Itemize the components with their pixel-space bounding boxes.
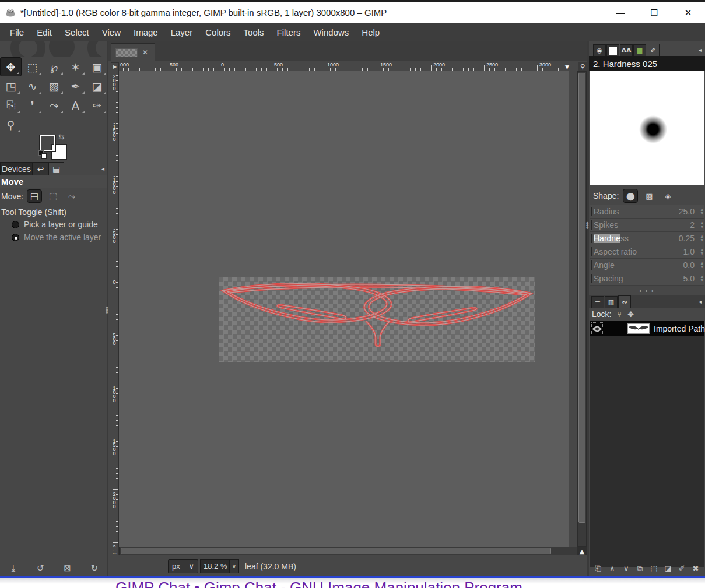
- tool-paths-button[interactable]: ⤳: [43, 96, 65, 115]
- layers-tab[interactable]: ☰: [591, 296, 604, 308]
- zoom-dropdown-button[interactable]: ∨: [229, 559, 239, 573]
- swap-colors-icon[interactable]: ⇆: [58, 132, 65, 141]
- menu-item[interactable]: Tools: [237, 25, 271, 40]
- spinner-arrows-icon[interactable]: ∧∨: [700, 272, 703, 285]
- menu-item[interactable]: Image: [127, 25, 164, 40]
- zoom-follow-window-button[interactable]: ⚲: [578, 62, 587, 71]
- vertical-scrollbar[interactable]: [577, 71, 587, 547]
- tool-text-button[interactable]: A: [65, 96, 86, 115]
- horizontal-scrollbar-thumb[interactable]: [121, 548, 551, 554]
- tool-clone-button[interactable]: ⎘: [0, 96, 22, 115]
- tool-ink-button[interactable]: ✒: [65, 76, 86, 96]
- stroke-path-button[interactable]: ✐: [676, 564, 688, 573]
- save-tool-preset-button[interactable]: ⤓: [5, 563, 22, 573]
- fonts-tab[interactable]: AA: [620, 44, 633, 56]
- path-list-item[interactable]: Imported Path: [590, 321, 704, 336]
- delete-tool-preset-button[interactable]: ⊠: [59, 563, 76, 573]
- default-colors-icon[interactable]: [38, 150, 47, 159]
- tool-crop-button[interactable]: ▣: [86, 57, 108, 76]
- restore-tool-preset-button[interactable]: ↺: [32, 563, 48, 573]
- menu-item[interactable]: Filters: [271, 25, 307, 40]
- brush-editor-tab[interactable]: ✐: [647, 44, 660, 56]
- lock-path-strokes-icon[interactable]: ⑂: [617, 310, 622, 319]
- tool-color-picker-button[interactable]: ✑: [86, 96, 108, 115]
- path-to-selection-button[interactable]: ⬚: [648, 564, 660, 573]
- radio-pick-layer[interactable]: Pick a layer or guide: [0, 218, 108, 231]
- horizontal-ruler[interactable]: 000-500050010001500200025003000: [119, 61, 569, 71]
- shape-square-button[interactable]: ▩: [641, 189, 657, 203]
- shape-diamond-button[interactable]: ◈: [660, 189, 675, 203]
- image-tab-close-icon[interactable]: ✕: [142, 48, 148, 57]
- tool-transform-button[interactable]: ◳: [0, 76, 22, 96]
- lower-path-button[interactable]: ∨: [620, 564, 632, 573]
- spinner-arrows-icon[interactable]: ∧∨: [700, 219, 703, 231]
- tool-gradient-button[interactable]: ▨: [43, 76, 65, 96]
- spinner-arrows-icon[interactable]: ∧∨: [700, 232, 703, 245]
- gradients-tab[interactable]: ▆: [633, 44, 646, 56]
- menu-item[interactable]: Windows: [307, 25, 355, 40]
- spacing-slider[interactable]: Spacing 5.0 ∧∨: [590, 272, 704, 286]
- collapse-dock-icon[interactable]: ◂: [101, 166, 104, 172]
- aspect-ratio-slider[interactable]: Aspect ratio 1.0 ∧∨: [590, 245, 704, 259]
- angle-slider[interactable]: Angle 0.0 ∧∨: [590, 259, 704, 272]
- radio-move-active-layer[interactable]: Move the active layer: [0, 231, 108, 244]
- menu-item[interactable]: View: [96, 25, 127, 40]
- path-list-background[interactable]: [590, 336, 704, 567]
- lock-position-icon[interactable]: ✥: [627, 310, 634, 319]
- foreground-color-swatch[interactable]: [40, 135, 55, 151]
- visibility-toggle[interactable]: [591, 322, 603, 335]
- tool-smudge-button[interactable]: ❜: [22, 96, 43, 115]
- hardness-slider[interactable]: Hardne ss 0.25 ∧∨: [590, 232, 704, 245]
- move-path-mode-button[interactable]: ⤳: [64, 189, 79, 203]
- zoom-input[interactable]: 18.2 %: [200, 559, 229, 573]
- radius-slider[interactable]: Radius 25.0 ∧∨: [590, 205, 704, 219]
- minimize-button[interactable]: —: [604, 2, 637, 23]
- tool-warp-button[interactable]: ∿: [22, 76, 43, 96]
- menu-item[interactable]: Colors: [199, 25, 237, 40]
- spinner-arrows-icon[interactable]: ∧∨: [700, 259, 703, 272]
- delete-path-button[interactable]: ✖: [690, 564, 702, 573]
- browser-link[interactable]: GIMP Chat • Gimp Chat - GNU Image Manipu…: [115, 579, 539, 588]
- move-layer-mode-button[interactable]: ▤: [27, 189, 42, 203]
- vertical-ruler[interactable]: 2000-1500-1000-50005001000150020002500: [111, 71, 119, 547]
- reset-tool-options-button[interactable]: ↻: [86, 563, 103, 573]
- tool-eraser-button[interactable]: ◪: [86, 76, 108, 96]
- image-canvas[interactable]: [219, 277, 535, 362]
- tool-move-button[interactable]: ✥: [0, 57, 22, 76]
- tool-rectangle-select-button[interactable]: ⬚: [22, 57, 43, 76]
- spinner-arrows-icon[interactable]: ∧∨: [700, 205, 703, 218]
- close-button[interactable]: ✕: [671, 2, 705, 23]
- menu-item[interactable]: File: [3, 25, 30, 40]
- menu-item[interactable]: Help: [355, 25, 386, 40]
- collapse-dock-icon[interactable]: ◂: [699, 298, 702, 305]
- menu-item[interactable]: Select: [58, 25, 96, 40]
- maximize-button[interactable]: ☐: [637, 2, 671, 23]
- spinner-arrows-icon[interactable]: ∧∨: [700, 245, 703, 258]
- shape-circle-button[interactable]: ⬤: [623, 189, 638, 203]
- collapse-dock-icon[interactable]: ◂: [699, 47, 702, 53]
- menu-item[interactable]: Layer: [164, 25, 199, 40]
- panel-grip[interactable]: • • •: [589, 288, 705, 294]
- titlebar[interactable]: *[Untitled]-1.0 (RGB color 8-bit gamma i…: [0, 2, 705, 23]
- paths-tab[interactable]: ∾: [618, 295, 631, 308]
- move-selection-mode-button[interactable]: ⬚: [45, 189, 61, 203]
- vertical-scrollbar-thumb[interactable]: [578, 73, 585, 523]
- tool-options-tab[interactable]: ▤: [48, 162, 64, 175]
- tool-free-select-button[interactable]: ℘: [43, 57, 65, 76]
- selection-to-path-button[interactable]: ◪: [662, 564, 674, 573]
- patterns-tab[interactable]: [606, 44, 619, 56]
- devices-tab[interactable]: Devices: [0, 162, 33, 175]
- raise-path-button[interactable]: ∧: [606, 564, 618, 573]
- channels-tab[interactable]: ▥: [605, 296, 618, 308]
- image-tab[interactable]: ✕: [111, 43, 155, 61]
- quickmask-toggle-button[interactable]: ⬚: [111, 547, 119, 555]
- ruler-menu-button[interactable]: ▶: [111, 62, 119, 71]
- brushes-tab[interactable]: ◉: [593, 44, 606, 56]
- canvas-viewport[interactable]: [119, 71, 569, 547]
- navigation-button[interactable]: ▲: [577, 547, 587, 555]
- tool-fuzzy-select-button[interactable]: ✶: [65, 57, 86, 76]
- unit-select[interactable]: px ∨: [168, 559, 198, 573]
- new-path-button[interactable]: ⎗: [592, 564, 604, 573]
- menu-item[interactable]: Edit: [30, 25, 58, 40]
- horizontal-scrollbar[interactable]: [119, 547, 577, 555]
